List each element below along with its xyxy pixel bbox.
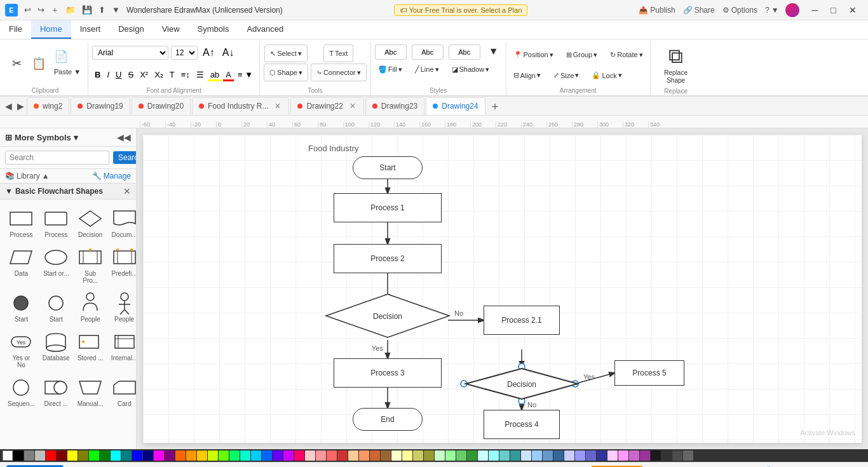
color-orchid[interactable] xyxy=(618,450,628,461)
color-lime[interactable] xyxy=(89,450,99,461)
shape-people[interactable]: People xyxy=(75,289,106,325)
fill-button[interactable]: 🪣 Fill ▾ xyxy=(375,62,405,76)
shape-internal[interactable]: Internal... xyxy=(109,328,136,371)
export-button[interactable]: ⬆ xyxy=(96,3,108,17)
zoom-in-button[interactable]: ＋ xyxy=(808,464,822,467)
color-slate-blue[interactable] xyxy=(586,450,596,461)
shape-card[interactable]: Card xyxy=(109,374,136,410)
color-cornflower[interactable] xyxy=(532,450,542,461)
menu-symbols[interactable]: Symbols xyxy=(189,20,238,39)
rotate-button[interactable]: ↻ Rotate ▾ xyxy=(607,48,646,62)
color-crimson[interactable] xyxy=(337,450,348,461)
shape-button[interactable]: ⬡ Shape ▾ xyxy=(264,64,308,81)
select-button[interactable]: ↖ Select ▾ xyxy=(264,44,308,62)
shape-stored[interactable]: Stored ... xyxy=(75,328,106,371)
color-black[interactable] xyxy=(13,450,24,461)
shape-sub-process[interactable]: Sub Pro... xyxy=(75,243,106,287)
color-purple[interactable] xyxy=(165,450,175,461)
color-salmon[interactable] xyxy=(316,450,326,461)
tab-close-drawing22[interactable]: ✕ xyxy=(348,102,357,111)
menu-advanced[interactable]: Advanced xyxy=(238,20,292,39)
color-khaki[interactable] xyxy=(413,450,423,461)
color-navy[interactable] xyxy=(143,450,153,461)
color-mid-gray[interactable] xyxy=(683,450,693,461)
sidebar-collapse-button[interactable]: ◀◀ xyxy=(117,132,131,142)
color-azure[interactable] xyxy=(478,450,488,461)
menu-file[interactable]: File xyxy=(0,20,31,39)
shape-process5[interactable]: Process 5 xyxy=(614,360,684,386)
color-sienna[interactable] xyxy=(381,450,391,461)
color-steel-blue[interactable] xyxy=(543,450,553,461)
shape-start-oval[interactable]: Start or... xyxy=(40,243,72,287)
align-button[interactable]: ≡ ▼ xyxy=(235,68,255,82)
color-medium-purple[interactable] xyxy=(575,450,585,461)
shape-document[interactable]: Docum... xyxy=(109,205,136,241)
shape-end[interactable]: End xyxy=(353,408,423,431)
line-button[interactable]: ╱ Line ▾ xyxy=(412,62,442,76)
tab-scroll-left[interactable]: ◀ xyxy=(3,97,15,116)
color-red[interactable] xyxy=(46,450,56,461)
color-magenta[interactable] xyxy=(154,450,164,461)
maximize-button[interactable]: □ xyxy=(825,0,843,20)
color-light-cyan[interactable] xyxy=(489,450,499,461)
tab-wing2[interactable]: wing2 xyxy=(27,97,69,115)
color-dark-orchid[interactable] xyxy=(640,450,650,461)
menu-design[interactable]: Design xyxy=(109,20,153,39)
color-silver[interactable] xyxy=(35,450,45,461)
shape-data[interactable]: Data xyxy=(5,243,37,287)
shape-process2[interactable]: Process xyxy=(40,205,72,241)
color-lemon[interactable] xyxy=(391,450,402,461)
color-olive[interactable] xyxy=(78,450,88,461)
color-rose[interactable] xyxy=(294,450,304,461)
menu-view[interactable]: View xyxy=(153,20,189,39)
styles-more-button[interactable]: ▼ xyxy=(485,44,502,58)
publish-button[interactable]: 📤 Publish xyxy=(639,6,675,15)
paste-button[interactable]: 📄 xyxy=(51,50,84,64)
color-blue[interactable] xyxy=(132,450,142,461)
shape-process3[interactable]: Process 3 xyxy=(334,358,442,388)
size-button[interactable]: ⤢ Size ▾ xyxy=(550,69,582,83)
shape-process4[interactable]: Process 4 xyxy=(484,410,560,439)
color-honeydew[interactable] xyxy=(435,450,445,461)
shape-database[interactable]: Database xyxy=(40,328,72,371)
open-button[interactable]: 📁 xyxy=(63,3,78,17)
color-charcoal[interactable] xyxy=(672,450,682,461)
font-color-button[interactable]: A xyxy=(223,68,234,82)
connector-button[interactable]: ⤷ Connector ▾ xyxy=(311,64,367,81)
cut-button[interactable]: ✂ xyxy=(6,46,27,82)
color-orange[interactable] xyxy=(186,450,196,461)
menu-insert[interactable]: Insert xyxy=(71,20,110,39)
shape-yes-no[interactable]: Yes Yes or No xyxy=(5,328,37,371)
bold-button[interactable]: B xyxy=(92,68,103,82)
canvas-inner[interactable]: Food Industry xyxy=(143,135,862,443)
color-spring-green[interactable] xyxy=(229,450,240,461)
canvas[interactable]: Food Industry xyxy=(143,135,862,443)
color-medium-green[interactable] xyxy=(456,450,466,461)
strikethrough-button[interactable]: S xyxy=(125,68,136,82)
font-size-increase[interactable]: A↑ xyxy=(200,46,217,60)
color-dark-teal[interactable] xyxy=(510,450,520,461)
shapes-close-button[interactable]: ✕ xyxy=(123,186,131,196)
text-format-button[interactable]: T xyxy=(167,68,177,82)
tab-drawing19[interactable]: Drawing19 xyxy=(71,97,130,115)
paste-options-button[interactable]: Paste ▼ xyxy=(51,65,84,79)
color-dark-green[interactable] xyxy=(467,450,477,461)
color-pink-light[interactable] xyxy=(305,450,315,461)
text-highlight-button[interactable]: ab xyxy=(208,68,222,82)
shape-people2[interactable]: People xyxy=(109,289,136,325)
color-yellow[interactable] xyxy=(67,450,78,461)
text-button[interactable]: T Text xyxy=(323,44,353,62)
shape-decision1[interactable]: Decision xyxy=(324,292,451,339)
color-gray[interactable] xyxy=(24,450,34,461)
color-light-yellow[interactable] xyxy=(402,450,412,461)
shape-direct[interactable]: Direct ... xyxy=(40,374,72,410)
shape-process21[interactable]: Process 2.1 xyxy=(484,306,560,335)
tab-drawing22[interactable]: Drawing22 ✕ xyxy=(290,97,363,115)
trial-banner[interactable]: 🏷 Your Free Trial is over. Select a Plan xyxy=(394,4,528,16)
color-dark-gray[interactable] xyxy=(661,450,672,461)
lock-button[interactable]: 🔒 Lock ▾ xyxy=(588,69,625,83)
shadow-button[interactable]: ◪ Shadow ▾ xyxy=(449,62,493,76)
minimize-button[interactable]: ─ xyxy=(806,0,825,20)
color-teal[interactable] xyxy=(121,450,132,461)
replace-shape-button[interactable]: ⧉ Replace Shape xyxy=(657,42,695,86)
